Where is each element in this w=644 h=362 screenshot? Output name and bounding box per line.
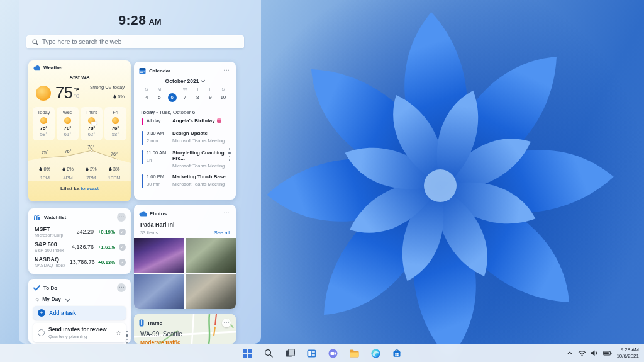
todo-more-button[interactable]: ⋯ [117, 283, 126, 292]
sunny-icon [112, 117, 119, 124]
date-cell[interactable]: 4 [140, 93, 153, 102]
check-circle-icon[interactable] [119, 244, 126, 251]
day-letter: W [179, 87, 191, 91]
weather-widget[interactable]: Weather Atst WA 75 °F °C Strong UV today… [28, 60, 131, 201]
event-color-bar [142, 131, 143, 145]
search-icon [32, 39, 38, 45]
check-circle-icon[interactable] [119, 259, 126, 266]
watchlist-title: Watchlist [44, 215, 114, 220]
chevron-down-icon [65, 297, 70, 301]
stocks-chart-icon [33, 214, 41, 220]
today-heading: Today • Tues, October 6 [134, 110, 236, 115]
volume-icon[interactable] [591, 349, 599, 357]
check-circle-icon[interactable] [119, 229, 126, 235]
add-task-button[interactable]: Add a task [33, 306, 126, 320]
event-color-bar [142, 150, 143, 164]
photos-widget[interactable]: Photos ⋯ Pada Hari Ini 33 items See all [134, 205, 236, 309]
microsoft-store-button[interactable] [390, 346, 404, 360]
start-button[interactable] [240, 346, 254, 360]
day-letter: S [140, 87, 153, 91]
weather-cloud-icon [33, 65, 40, 71]
todo-widget[interactable]: To Do ⋯ ☼ My Day Add a task Send invites… [28, 279, 131, 344]
photo-thumbnail[interactable] [134, 274, 184, 309]
date-cell[interactable]: 9 [204, 93, 216, 102]
photos-more-button[interactable]: ⋯ [222, 209, 231, 218]
day-letter: M [153, 87, 165, 91]
sun-icon: ☼ [35, 296, 40, 302]
chevron-down-icon [201, 78, 205, 82]
web-search-bar[interactable] [26, 35, 244, 48]
calendar-event[interactable]: 1:00 PM30 min Marketing Touch Base Micro… [134, 171, 236, 191]
stock-row[interactable]: NASDAQ NASDAQ Index 13,786.76 +0.13% [28, 254, 131, 269]
widgets-button[interactable] [304, 346, 318, 360]
calendar-event[interactable]: 11:00 AM1h Storytelling Coaching Pro... … [134, 147, 236, 171]
todo-title: To Do [43, 285, 114, 291]
unit-fahrenheit[interactable]: °F [74, 87, 79, 93]
day-letter: F [204, 87, 216, 91]
day-letter: S [217, 87, 230, 91]
date-cell[interactable]: 10 [217, 93, 230, 102]
todo-scrollbar[interactable] [126, 331, 128, 344]
traffic-status: Moderate traffic [140, 339, 230, 344]
edge-browser-button[interactable] [369, 346, 382, 360]
photos-title: Photos [150, 211, 219, 217]
tray-time: 9:28 AM [616, 347, 639, 353]
list-selector[interactable]: ☼ My Day [28, 295, 131, 306]
wifi-icon[interactable] [578, 349, 586, 357]
forecast-day[interactable]: Today 75° 58° [33, 107, 55, 140]
star-icon[interactable]: ☆ [116, 329, 121, 336]
battery-icon[interactable] [603, 349, 612, 357]
calendar-event[interactable]: All day Angela's Birthday [134, 115, 236, 128]
weather-location: Atst WA [28, 74, 131, 81]
traffic-route: WA-99, Seattle [140, 331, 230, 337]
tray-clock[interactable]: 9:28 AM 10/6/2021 [616, 347, 639, 359]
taskbar: 9:28 AM 10/6/2021 [0, 344, 644, 362]
stock-row[interactable]: S&P 500 S&P 500 Index 4,136.76 +1.61% [28, 239, 131, 254]
watchlist-widget[interactable]: Watchlist ⋯ MSFT Microsoft Corp. 242.20 … [28, 208, 131, 274]
photo-thumbnail[interactable] [186, 274, 236, 309]
calendar-event[interactable]: 9:30 AM2 min Design Update Microsoft Tea… [134, 128, 236, 147]
photo-thumbnail[interactable] [134, 238, 184, 273]
traffic-more-button[interactable]: ⋯ [222, 319, 231, 327]
task-item[interactable]: Send invites for review Quarterly planni… [33, 323, 126, 342]
calendar-more-button[interactable]: ⋯ [222, 66, 231, 75]
album-title[interactable]: Pada Hari Ini [140, 222, 230, 228]
chat-icon [328, 349, 338, 358]
hourly-slot: 75° 0% 1PM [33, 144, 57, 181]
traffic-widget[interactable]: Traffic ⋯ WA-99, Seattle Moderate traffi… [134, 314, 236, 344]
calendar-widget[interactable]: Calendar ⋯ October 2021 S M T W T F S 4 … [134, 62, 236, 200]
forecast-day[interactable]: Thurs 78° 62° [80, 107, 103, 140]
store-icon [392, 349, 401, 358]
droplet-icon [109, 167, 112, 171]
see-forecast-link[interactable]: forecast [81, 186, 99, 191]
widgets-panel: 9:28AM Weather Atst WA 75 °F [19, 0, 261, 344]
forecast-link-prefix: Lihat ka [60, 186, 79, 191]
month-selector[interactable]: October 2021 [134, 78, 236, 84]
current-temperature: 75 [55, 83, 72, 103]
droplet-icon [62, 167, 65, 171]
see-all-link[interactable]: See all [214, 230, 230, 235]
calendar-icon [139, 67, 146, 74]
hidden-icons-chevron[interactable] [566, 349, 574, 357]
calendar-scrollbar[interactable] [228, 148, 231, 161]
date-cell[interactable]: 5 [153, 93, 165, 102]
windows-logo-icon [243, 349, 252, 358]
taskbar-search-button[interactable] [262, 346, 275, 360]
forecast-day[interactable]: Fri 76° 58° [104, 107, 126, 140]
task-view-button[interactable] [283, 346, 297, 360]
date-cell[interactable]: 7 [179, 93, 191, 102]
search-input[interactable] [42, 38, 238, 45]
chat-button[interactable] [326, 346, 340, 360]
date-cell-selected[interactable]: 6 [168, 93, 177, 102]
forecast-day[interactable]: Wed 76° 61° [57, 107, 79, 140]
desktop: 9:28AM Weather Atst WA 75 °F [0, 0, 644, 362]
file-explorer-button[interactable] [347, 346, 361, 360]
clock-ampm: AM [148, 17, 161, 26]
stock-row[interactable]: MSFT Microsoft Corp. 242.20 +0.19% [28, 224, 131, 239]
weather-condition: Strong UV today [90, 84, 125, 90]
watchlist-more-button[interactable]: ⋯ [117, 213, 126, 222]
date-cell[interactable]: 8 [191, 93, 204, 102]
photo-thumbnail[interactable] [186, 238, 236, 273]
unit-celsius[interactable]: °C [74, 94, 79, 98]
task-checkbox[interactable] [38, 329, 45, 336]
